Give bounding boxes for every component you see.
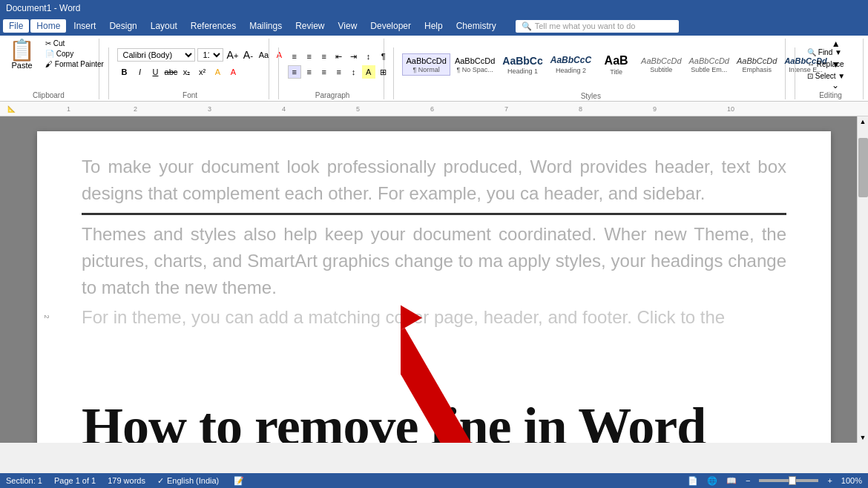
align-right-button[interactable]: ≡	[318, 65, 331, 79]
vertical-scrollbar[interactable]: ▲ ▼	[857, 116, 868, 443]
menu-insert[interactable]: Insert	[68, 19, 102, 33]
numbered-list-button[interactable]: ≡	[303, 50, 316, 63]
style-subtitle[interactable]: AaBbCcDd Subtitle	[638, 54, 684, 75]
status-bar: Section: 1 Page 1 of 1 179 words ✓ Engli…	[0, 473, 868, 488]
style-emphasis-preview: AaBbCcDd	[737, 56, 777, 66]
editing-group: 🔍 Find ▼ ↔ Replace ⊡ Select ▼ Editing	[804, 39, 864, 99]
ruler-10: 10	[727, 105, 734, 113]
scroll-thumb[interactable]	[858, 138, 868, 197]
paragraph-label: Paragraph	[288, 91, 378, 99]
find-button[interactable]: 🔍 Find ▼	[804, 47, 845, 57]
increase-font-button[interactable]: A+	[226, 48, 239, 62]
italic-button[interactable]: I	[133, 65, 146, 79]
bullet-list-button[interactable]: ≡	[288, 50, 301, 63]
title-text: Document1 - Word	[6, 3, 80, 13]
status-page: Page 1 of 1	[54, 476, 96, 485]
borders-button[interactable]: ⊞	[377, 65, 390, 79]
ruler-icon[interactable]: 📐	[7, 105, 16, 113]
ruler-left: 1	[67, 105, 70, 113]
menu-design[interactable]: Design	[103, 19, 142, 33]
strikethrough-button[interactable]: abc	[164, 65, 177, 79]
view-read-button[interactable]: 📖	[726, 476, 737, 486]
title-bar: Document1 - Word	[0, 0, 868, 16]
paragraph-1[interactable]: To make your document look professionall…	[82, 154, 786, 207]
style-subtle-emphasis[interactable]: AaBbCcDd Subtle Em...	[686, 54, 732, 75]
divider-3	[393, 47, 394, 99]
font-family-select[interactable]: Calibri (Body)	[117, 48, 195, 62]
menu-chemistry[interactable]: Chemistry	[450, 19, 502, 33]
editing-label: Editing	[804, 91, 857, 99]
replace-button[interactable]: ↔ Replace	[804, 59, 846, 69]
subscript-button[interactable]: x₂	[180, 65, 193, 79]
cut-button[interactable]: ✂ Cut	[42, 39, 107, 48]
multilevel-list-button[interactable]: ≡	[318, 50, 331, 63]
show-marks-button[interactable]: ¶	[377, 50, 390, 63]
search-text: Tell me what you want to do	[535, 22, 636, 30]
font-color-button[interactable]: A	[226, 65, 240, 79]
spell-check-icon: ✓	[157, 476, 164, 486]
align-left-button[interactable]: ≡	[288, 65, 301, 79]
zoom-out-button[interactable]: −	[746, 476, 750, 485]
style-no-spacing[interactable]: AaBbCcDd ¶ No Spac...	[452, 54, 498, 75]
scroll-down-button[interactable]: ▼	[858, 434, 868, 441]
highlight-button[interactable]: A	[211, 65, 224, 79]
increase-indent-button[interactable]: ⇥	[347, 50, 361, 63]
style-normal[interactable]: AaBbCcDd ¶ Normal	[402, 53, 450, 76]
change-case-button[interactable]: Aa	[257, 48, 270, 62]
menu-review[interactable]: Review	[289, 19, 330, 33]
underline-button[interactable]: U	[148, 65, 162, 79]
style-title-preview: AaB	[605, 53, 628, 69]
shading-button[interactable]: A	[362, 65, 375, 79]
sort-button[interactable]: ↕	[362, 50, 375, 63]
menu-mailings[interactable]: Mailings	[243, 19, 288, 33]
decrease-font-button[interactable]: A-	[241, 48, 254, 62]
styles-label: Styles	[402, 92, 779, 100]
menu-file[interactable]: File	[3, 19, 29, 33]
decrease-indent-button[interactable]: ⇤	[332, 50, 346, 63]
ribbon: 📋 Paste ✂ Cut 📄 Copy 🖌 Format Painter Cl…	[0, 36, 868, 102]
style-subtitle-preview: AaBbCcDd	[641, 56, 681, 66]
align-center-button[interactable]: ≡	[303, 65, 316, 79]
bold-button[interactable]: B	[117, 65, 131, 79]
paste-button[interactable]: 📋 Paste	[4, 39, 39, 71]
ruler-2: 2	[134, 105, 137, 113]
clipboard-label: Clipboard	[4, 91, 93, 99]
status-right: 📄 🌐 📖 − + 100%	[688, 476, 862, 486]
ruler-5: 5	[356, 105, 360, 113]
style-title[interactable]: AaB Title	[596, 52, 637, 78]
divider-1	[108, 47, 109, 99]
divider-2	[278, 47, 279, 99]
scroll-up-button[interactable]: ▲	[858, 116, 868, 127]
menu-layout[interactable]: Layout	[145, 19, 183, 33]
line-spacing-button[interactable]: ↕	[347, 65, 361, 79]
view-print-button[interactable]: 📄	[688, 476, 698, 486]
status-words: 179 words	[108, 476, 145, 485]
search-bar[interactable]: 🔍 Tell me what you want to do	[516, 20, 679, 33]
zoom-thumb[interactable]	[789, 476, 796, 485]
menu-developer[interactable]: Developer	[364, 19, 417, 33]
zoom-in-button[interactable]: +	[827, 476, 832, 485]
menu-references[interactable]: References	[185, 19, 242, 33]
ruler-9: 9	[653, 105, 657, 113]
select-button[interactable]: ⊡ Select ▼	[804, 71, 848, 81]
menu-home[interactable]: Home	[30, 19, 66, 33]
menu-help[interactable]: Help	[418, 19, 449, 33]
format-painter-button[interactable]: 🖌 Format Painter	[42, 59, 107, 69]
style-emphasis-name: Emphasis	[742, 66, 772, 73]
paragraph-2[interactable]: Themes and styles also help keep your do…	[82, 221, 786, 301]
style-heading1[interactable]: AaBbCc Heading 1	[499, 53, 545, 76]
clear-format-button[interactable]: A	[272, 48, 286, 62]
view-web-button[interactable]: 🌐	[707, 476, 717, 486]
justify-button[interactable]: ≡	[332, 65, 346, 79]
ruler-6: 6	[430, 105, 434, 113]
superscript-button[interactable]: x²	[195, 65, 208, 79]
menu-view[interactable]: View	[332, 19, 364, 33]
font-size-select[interactable]: 11	[197, 48, 223, 62]
style-emphasis[interactable]: AaBbCcDd Emphasis	[734, 54, 780, 75]
copy-button[interactable]: 📄 Copy	[42, 49, 107, 59]
paragraph-3-partial[interactable]: For in theme, you can add a matching cov…	[82, 304, 786, 331]
style-heading2[interactable]: AaBbCcC Heading 2	[548, 53, 594, 76]
zoom-slider[interactable]	[759, 479, 818, 482]
search-icon: 🔍	[522, 22, 532, 31]
menu-bar: File Home Insert Design Layout Reference…	[0, 16, 868, 36]
